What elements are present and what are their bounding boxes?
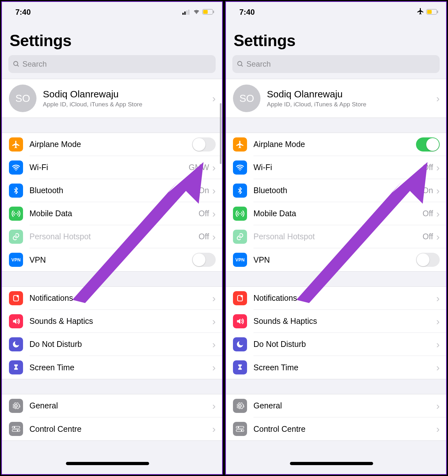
row-label: Control Centre: [253, 424, 436, 434]
search-input[interactable]: Search: [8, 55, 216, 73]
chevron-right-icon: ›: [212, 339, 216, 349]
vpn-icon: VPN: [9, 253, 23, 267]
row-value: Off: [198, 209, 209, 218]
page-title: Settings: [226, 20, 446, 54]
mobile-data-row[interactable]: Mobile DataOff›: [2, 202, 222, 225]
control-centre-icon: [233, 422, 247, 436]
vpn-toggle[interactable]: [192, 253, 216, 267]
personal-hotspot-row[interactable]: Personal HotspotOff›: [2, 225, 222, 248]
mobile-data-row[interactable]: Mobile DataOff›: [226, 202, 446, 225]
chevron-right-icon: ›: [212, 209, 216, 219]
apple-id-row[interactable]: SOSodiq OlanrewajuApple ID, iCloud, iTun…: [2, 79, 222, 118]
chevron-right-icon: ›: [212, 424, 216, 434]
do-not-disturb-icon: [233, 337, 247, 351]
row-label: Personal Hotspot: [29, 232, 198, 241]
svg-point-28: [241, 295, 243, 297]
row-label: Bluetooth: [29, 186, 198, 195]
sounds-haptics-row[interactable]: Sounds & Haptics›: [226, 310, 446, 333]
row-label: Do Not Disturb: [29, 340, 212, 349]
search-placeholder: Search: [246, 60, 271, 69]
screen-time-row[interactable]: Screen Time›: [226, 356, 446, 379]
vpn-row[interactable]: VPNVPN: [2, 248, 222, 271]
row-value: GMW: [188, 163, 209, 172]
svg-point-16: [14, 427, 15, 428]
sounds-haptics-row[interactable]: Sounds & Haptics›: [2, 310, 222, 333]
personal-hotspot-icon: [233, 230, 247, 244]
wifi-row[interactable]: Wi-FiOff›: [226, 156, 446, 179]
row-label: Sounds & Haptics: [253, 316, 436, 326]
chevron-right-icon: ›: [212, 316, 216, 326]
svg-point-26: [239, 213, 241, 214]
control-centre-row[interactable]: Control Centre›: [226, 417, 446, 440]
chevron-right-icon: ›: [212, 232, 216, 242]
svg-line-9: [17, 65, 19, 67]
chevron-right-icon: ›: [436, 293, 440, 303]
control-centre-icon: [9, 422, 23, 436]
search-input[interactable]: Search: [232, 55, 440, 73]
airplane-icon: [417, 7, 424, 17]
do-not-disturb-row[interactable]: Do Not Disturb›: [2, 333, 222, 356]
general-row[interactable]: General›: [2, 394, 222, 417]
svg-point-10: [15, 170, 16, 171]
svg-point-8: [14, 62, 18, 66]
chevron-right-icon: ›: [436, 339, 440, 349]
row-label: Mobile Data: [253, 209, 422, 218]
control-centre-row[interactable]: Control Centre›: [2, 417, 222, 440]
row-label: Wi-Fi: [253, 163, 422, 172]
notifications-row[interactable]: Notifications›: [226, 287, 446, 310]
row-value: Off: [422, 209, 433, 218]
bluetooth-icon: [9, 184, 23, 198]
profile-subtitle: Apple ID, iCloud, iTunes & App Store: [267, 101, 436, 108]
svg-point-14: [15, 405, 17, 407]
row-label: VPN: [253, 255, 416, 265]
screen-time-row[interactable]: Screen Time›: [2, 356, 222, 379]
svg-point-13: [17, 295, 19, 297]
vpn-row[interactable]: VPNVPN: [226, 248, 446, 271]
status-bar: 7:40: [2, 2, 222, 20]
profile-subtitle: Apple ID, iCloud, iTunes & App Store: [43, 101, 212, 108]
wifi-icon: [9, 160, 23, 175]
airplane-mode-icon: [9, 137, 23, 152]
svg-rect-1: [184, 12, 186, 15]
do-not-disturb-row[interactable]: Do Not Disturb›: [226, 333, 446, 356]
vpn-icon: VPN: [233, 253, 247, 267]
svg-rect-21: [427, 10, 432, 14]
airplane-mode-row[interactable]: Airplane Mode: [226, 133, 446, 156]
redaction: [290, 462, 373, 465]
notifications-icon: [233, 291, 247, 305]
apple-id-row[interactable]: SOSodiq OlanrewajuApple ID, iCloud, iTun…: [226, 79, 446, 118]
airplane-mode-toggle[interactable]: [416, 137, 440, 152]
mobile-data-icon: [9, 207, 23, 221]
bluetooth-row[interactable]: BluetoothOn›: [226, 179, 446, 202]
row-value: Off: [198, 232, 209, 241]
battery-icon: [426, 8, 438, 17]
profile-name: Sodiq Olanrewaju: [43, 89, 212, 100]
sounds-haptics-icon: [9, 314, 23, 328]
row-label: Personal Hotspot: [253, 232, 422, 241]
general-icon: [9, 399, 23, 413]
airplane-mode-row[interactable]: Airplane Mode: [2, 133, 222, 156]
general-row[interactable]: General›: [226, 394, 446, 417]
row-label: Screen Time: [253, 363, 436, 372]
row-value: Off: [422, 232, 433, 241]
screen-right: 7:40SettingsSearchSOSodiq OlanrewajuAppl…: [225, 1, 447, 475]
svg-point-4: [196, 13, 197, 14]
scroll-indicator: [220, 103, 221, 164]
notifications-row[interactable]: Notifications›: [2, 287, 222, 310]
do-not-disturb-icon: [9, 337, 23, 351]
svg-rect-7: [213, 11, 214, 13]
vpn-toggle[interactable]: [416, 253, 440, 267]
row-label: General: [253, 401, 436, 410]
chevron-right-icon: ›: [212, 162, 216, 173]
screen-time-icon: [233, 360, 247, 374]
chevron-right-icon: ›: [436, 185, 440, 196]
bluetooth-row[interactable]: BluetoothOn›: [2, 179, 222, 202]
chevron-right-icon: ›: [212, 293, 216, 303]
wifi-row[interactable]: Wi-FiGMW›: [2, 156, 222, 179]
notifications-icon: [9, 291, 23, 305]
personal-hotspot-row[interactable]: Personal HotspotOff›: [226, 225, 446, 248]
svg-point-11: [15, 213, 17, 214]
airplane-mode-toggle[interactable]: [192, 137, 216, 152]
svg-point-33: [241, 430, 242, 431]
svg-point-18: [17, 430, 18, 431]
